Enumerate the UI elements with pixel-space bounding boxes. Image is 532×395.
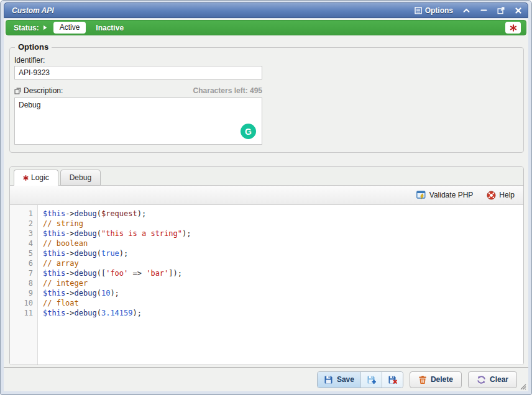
window-body: Status: Active Inactive Options Identifi… — [4, 19, 528, 391]
list-icon — [415, 7, 422, 14]
tab-debug-label: Debug — [70, 173, 91, 182]
resize-grip-icon — [518, 382, 526, 390]
resize-grip[interactable] — [518, 381, 526, 389]
titlebar-tools: Options — [415, 6, 523, 15]
options-menu-label: Options — [425, 6, 453, 15]
asterisk-icon — [23, 175, 29, 181]
tab-debug[interactable]: Debug — [60, 170, 101, 186]
code-line[interactable]: $this->debug($request); — [43, 209, 523, 219]
identifier-label: Identifier: — [14, 56, 45, 65]
code-line[interactable]: $this->debug("this is a string"); — [43, 229, 523, 238]
collapse-button[interactable] — [462, 6, 470, 15]
options-menu-button[interactable]: Options — [415, 6, 453, 15]
line-number: 1 — [10, 209, 33, 219]
code-line[interactable]: // float — [43, 298, 523, 308]
save-and-close-button[interactable] — [382, 372, 403, 388]
validate-php-button[interactable]: Validate PHP — [414, 189, 475, 202]
options-fieldset: Options Identifier: Description: Charact… — [9, 47, 524, 153]
line-number: 9 — [10, 288, 33, 298]
close-icon — [515, 7, 521, 14]
close-button[interactable] — [514, 6, 523, 15]
clear-button[interactable]: Clear — [468, 371, 517, 388]
code-line[interactable]: $this->debug(true); — [43, 248, 523, 258]
help-lifebuoy-icon — [487, 191, 496, 200]
popout-button[interactable] — [497, 6, 505, 15]
arrow-right-icon — [43, 25, 47, 30]
line-number: 4 — [10, 238, 33, 248]
description-textarea[interactable]: Debug — [14, 98, 262, 145]
status-option-inactive[interactable]: Inactive — [96, 24, 124, 32]
clear-label: Clear — [490, 375, 508, 384]
validate-php-label: Validate PHP — [429, 191, 473, 199]
code-lines[interactable]: $this->debug($request);// string$this->d… — [38, 205, 523, 365]
tab-strip: Logic Debug — [10, 167, 523, 186]
line-number: 5 — [10, 248, 33, 258]
options-legend: Options — [15, 42, 52, 52]
line-number: 8 — [10, 278, 33, 288]
status-label: Status: — [14, 24, 39, 32]
save-button[interactable]: Save — [318, 372, 360, 388]
footer-toolbar: Save Delete Clear — [4, 368, 528, 391]
identifier-input[interactable] — [14, 66, 262, 79]
description-field-wrap: Debug G — [14, 98, 262, 145]
code-editor[interactable]: 1234567891011 $this->debug($request);// … — [10, 205, 523, 365]
save-label: Save — [337, 375, 354, 384]
line-number: 6 — [10, 258, 33, 268]
status-option-active[interactable]: Active — [53, 22, 86, 34]
delete-label: Delete — [431, 375, 453, 384]
save-and-new-button[interactable] — [360, 372, 382, 388]
description-row: Description: Characters left: 495 — [14, 86, 262, 95]
code-line[interactable]: // boolean — [43, 238, 523, 248]
line-number: 7 — [10, 268, 33, 278]
code-line[interactable]: // string — [43, 219, 523, 229]
code-gutter: 1234567891011 — [10, 205, 38, 365]
tab-logic-label: Logic — [31, 173, 49, 182]
save-floppy-icon — [324, 375, 333, 384]
help-button[interactable]: Help — [484, 189, 517, 202]
titlebar[interactable]: Custom API Options — [4, 2, 528, 18]
custom-api-window: Custom API Options Status: — [0, 0, 532, 395]
save-and-new-icon — [367, 375, 376, 384]
code-line[interactable]: // array — [43, 258, 523, 268]
popout-icon[interactable] — [14, 88, 21, 94]
asterisk-icon — [510, 24, 517, 32]
window-title: Custom API — [12, 6, 54, 15]
minus-icon — [480, 7, 487, 14]
tab-logic[interactable]: Logic — [14, 170, 58, 186]
delete-button[interactable]: Delete — [410, 371, 462, 388]
required-indicator — [505, 22, 521, 34]
code-line[interactable]: $this->debug(3.14159); — [43, 308, 523, 318]
popout-icon — [497, 7, 505, 14]
editor-toolbar: Validate PHP Help — [10, 186, 523, 205]
chevron-up-icon — [463, 8, 470, 13]
minimize-button[interactable] — [479, 6, 488, 15]
line-number: 11 — [10, 308, 33, 318]
characters-left-counter: Characters left: 495 — [193, 86, 262, 95]
code-line[interactable]: $this->debug(10); — [43, 288, 523, 298]
save-button-group: Save — [317, 371, 403, 388]
help-label: Help — [499, 191, 515, 199]
code-line[interactable]: // integer — [43, 278, 523, 288]
save-and-close-icon — [388, 375, 397, 384]
trash-icon — [418, 375, 427, 384]
line-number: 3 — [10, 229, 33, 238]
grammarly-icon[interactable]: G — [241, 124, 256, 139]
status-bar: Status: Active Inactive — [6, 20, 526, 35]
code-line[interactable]: $this->debug(['foo' => 'bar']); — [43, 268, 523, 278]
line-number: 10 — [10, 298, 33, 308]
validate-php-icon — [416, 191, 426, 200]
description-label: Description: — [24, 86, 63, 95]
line-number: 2 — [10, 219, 33, 229]
refresh-icon — [477, 375, 486, 384]
logic-panel: Logic Debug Validate PHP Help 1234567891… — [9, 166, 524, 365]
